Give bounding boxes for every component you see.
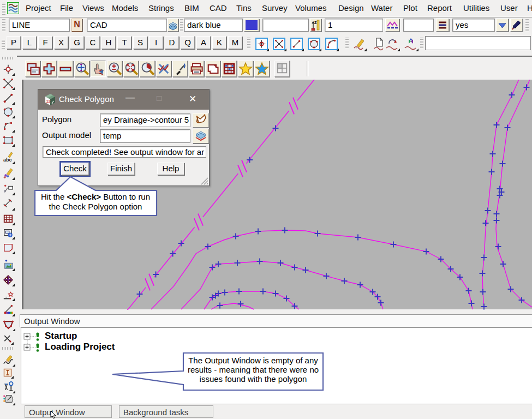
svg-text:results - meaning that there w: results - meaning that there were no xyxy=(188,365,319,374)
svg-text:Hit the <Check> Button to run: Hit the <Check> Button to run xyxy=(41,192,150,201)
svg-text:z: z xyxy=(314,20,317,25)
svg-text:12: 12 xyxy=(46,99,51,103)
svg-text:the Check Polygon option: the Check Polygon option xyxy=(49,202,142,211)
svg-text:abc: abc xyxy=(3,157,12,163)
svg-text:issues found with the polygon: issues found with the polygon xyxy=(200,374,307,384)
svg-text:The Output Window is empty of: The Output Window is empty of any xyxy=(188,356,318,365)
